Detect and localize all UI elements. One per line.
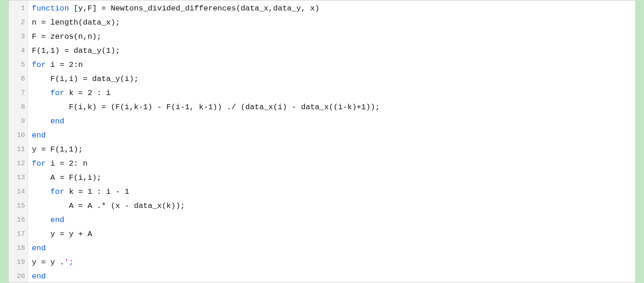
line-number: 10 bbox=[12, 128, 25, 142]
line-number: 14 bbox=[12, 185, 25, 199]
code-token: function bbox=[32, 4, 74, 13]
line-number: 5 bbox=[12, 58, 25, 72]
code-token: [y,F] = Newtons_divided_differences(data… bbox=[74, 4, 320, 13]
code-token: end bbox=[32, 272, 46, 281]
line-number: 18 bbox=[12, 241, 25, 255]
code-line[interactable]: F(i,i) = data_y(i); bbox=[32, 72, 635, 86]
code-token: for bbox=[50, 89, 69, 97]
code-line[interactable]: F(1,1) = data_y(1); bbox=[32, 44, 635, 58]
code-token: y = F(1,1); bbox=[32, 145, 83, 154]
code-token: y = y + A bbox=[32, 230, 92, 238]
code-editor: 1234567891011121314151617181920 function… bbox=[8, 0, 636, 283]
code-line[interactable]: for k = 2 : i bbox=[32, 86, 635, 100]
code-line[interactable]: end bbox=[32, 213, 635, 227]
code-token: F(i,i) = data_y(i); bbox=[32, 75, 139, 83]
line-number: 16 bbox=[12, 213, 25, 227]
code-token: k = 2 : i bbox=[69, 89, 111, 97]
code-line[interactable]: A = F(i,i); bbox=[32, 171, 635, 185]
code-token: n = length(data_x); bbox=[32, 18, 120, 27]
code-line[interactable]: end bbox=[32, 241, 635, 255]
line-number: 2 bbox=[12, 15, 25, 30]
line-number: 15 bbox=[12, 199, 25, 213]
code-token: i = 2: n bbox=[50, 159, 88, 168]
code-token: i = 2:n bbox=[50, 61, 83, 69]
code-line[interactable]: y = y .'; bbox=[32, 255, 635, 269]
code-token: end bbox=[50, 216, 65, 224]
code-area[interactable]: function [y,F] = Newtons_divided_differe… bbox=[28, 0, 635, 283]
code-line[interactable]: end bbox=[32, 128, 635, 142]
code-line[interactable]: for k = 1 : i - 1 bbox=[32, 185, 635, 199]
code-token bbox=[32, 216, 50, 224]
code-token: A = F(i,i); bbox=[32, 173, 101, 182]
code-line[interactable]: n = length(data_x); bbox=[32, 15, 635, 30]
line-number: 3 bbox=[12, 30, 25, 44]
line-number: 9 bbox=[12, 114, 25, 128]
code-line[interactable]: y = F(1,1); bbox=[32, 142, 635, 157]
line-number: 6 bbox=[12, 72, 25, 86]
line-number: 1 bbox=[12, 1, 25, 15]
code-token bbox=[32, 187, 50, 196]
line-number: 7 bbox=[12, 86, 25, 100]
code-line[interactable]: y = y + A bbox=[32, 227, 635, 241]
code-token: for bbox=[32, 159, 50, 168]
code-line[interactable]: F = zeros(n,n); bbox=[32, 30, 635, 44]
code-token: end bbox=[32, 244, 46, 253]
code-line[interactable]: end bbox=[32, 269, 635, 283]
code-token bbox=[32, 89, 50, 97]
code-token: for bbox=[32, 61, 50, 69]
line-number: 17 bbox=[12, 227, 25, 241]
code-token: F = zeros(n,n); bbox=[32, 32, 101, 41]
line-number: 11 bbox=[12, 142, 25, 157]
page-background: 1234567891011121314151617181920 function… bbox=[0, 0, 644, 283]
code-token: for bbox=[50, 187, 69, 196]
line-number: 12 bbox=[12, 157, 25, 171]
code-token: F(1,1) = data_y(1); bbox=[32, 46, 120, 55]
line-number: 8 bbox=[12, 100, 25, 114]
line-number: 19 bbox=[12, 255, 25, 269]
code-token: A = A .* (x - data_x(k)); bbox=[32, 202, 185, 210]
code-line[interactable]: end bbox=[32, 114, 635, 128]
code-line[interactable]: for i = 2:n bbox=[32, 58, 635, 72]
line-number-gutter: 1234567891011121314151617181920 bbox=[9, 0, 28, 283]
line-number: 13 bbox=[12, 171, 25, 185]
code-token bbox=[32, 117, 50, 126]
code-line[interactable]: function [y,F] = Newtons_divided_differe… bbox=[32, 1, 635, 15]
code-token: F(i,k) = (F(i,k-1) - F(i-1, k-1)) ./ (da… bbox=[32, 103, 380, 111]
code-token: end bbox=[32, 131, 46, 140]
code-line[interactable]: F(i,k) = (F(i,k-1) - F(i-1, k-1)) ./ (da… bbox=[32, 100, 635, 114]
code-token: k = 1 : i - 1 bbox=[69, 187, 130, 196]
code-token: '; bbox=[64, 258, 73, 267]
line-number: 20 bbox=[12, 269, 25, 283]
code-token: end bbox=[50, 117, 65, 126]
code-line[interactable]: A = A .* (x - data_x(k)); bbox=[32, 199, 635, 213]
line-number: 4 bbox=[12, 44, 25, 58]
code-token: y = y . bbox=[32, 258, 64, 267]
code-line[interactable]: for i = 2: n bbox=[32, 157, 635, 171]
